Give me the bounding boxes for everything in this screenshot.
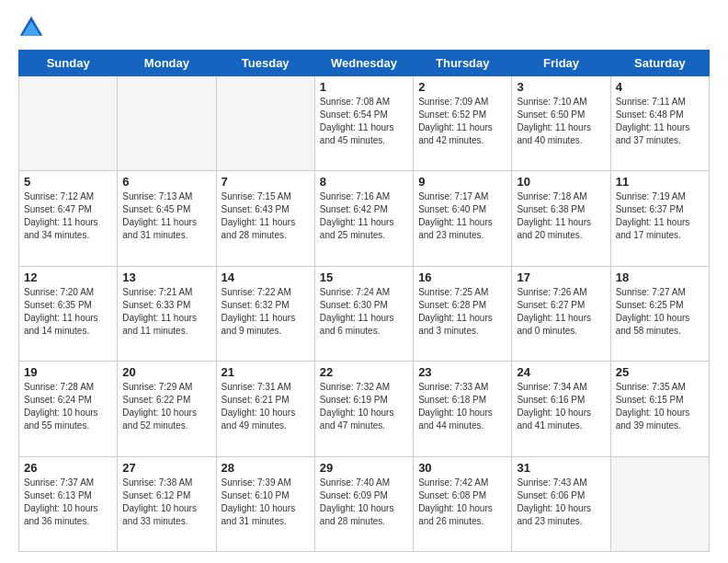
calendar-cell: 8Sunrise: 7:16 AM Sunset: 6:42 PM Daylig… — [314, 171, 413, 266]
weekday-header-wednesday: Wednesday — [314, 51, 413, 76]
day-info: Sunrise: 7:34 AM Sunset: 6:16 PM Dayligh… — [517, 381, 605, 432]
calendar-cell: 13Sunrise: 7:21 AM Sunset: 6:33 PM Dayli… — [118, 266, 216, 361]
calendar-cell: 6Sunrise: 7:13 AM Sunset: 6:45 PM Daylig… — [118, 171, 216, 266]
calendar-cell — [610, 456, 709, 551]
day-number: 15 — [320, 270, 408, 284]
calendar-cell: 10Sunrise: 7:18 AM Sunset: 6:38 PM Dayli… — [512, 171, 610, 266]
day-info: Sunrise: 7:08 AM Sunset: 6:54 PM Dayligh… — [320, 96, 408, 147]
day-number: 21 — [222, 365, 310, 379]
day-number: 8 — [320, 175, 408, 189]
calendar-cell: 30Sunrise: 7:42 AM Sunset: 6:08 PM Dayli… — [414, 456, 512, 551]
day-info: Sunrise: 7:09 AM Sunset: 6:52 PM Dayligh… — [418, 96, 506, 147]
calendar-cell: 16Sunrise: 7:25 AM Sunset: 6:28 PM Dayli… — [414, 266, 512, 361]
weekday-header-saturday: Saturday — [610, 51, 709, 76]
page: SundayMondayTuesdayWednesdayThursdayFrid… — [0, 0, 728, 563]
day-number: 29 — [320, 461, 408, 475]
calendar-cell: 26Sunrise: 7:37 AM Sunset: 6:13 PM Dayli… — [19, 456, 118, 551]
day-number: 18 — [616, 270, 704, 284]
calendar-cell: 21Sunrise: 7:31 AM Sunset: 6:21 PM Dayli… — [216, 362, 314, 456]
day-info: Sunrise: 7:24 AM Sunset: 6:30 PM Dayligh… — [320, 286, 408, 338]
day-number: 3 — [517, 80, 605, 94]
day-info: Sunrise: 7:35 AM Sunset: 6:15 PM Dayligh… — [616, 381, 704, 432]
calendar-week-2: 5Sunrise: 7:12 AM Sunset: 6:47 PM Daylig… — [19, 171, 710, 266]
calendar-cell: 4Sunrise: 7:11 AM Sunset: 6:48 PM Daylig… — [610, 76, 709, 171]
calendar-cell: 9Sunrise: 7:17 AM Sunset: 6:40 PM Daylig… — [414, 171, 512, 266]
day-number: 24 — [517, 365, 605, 379]
day-number: 14 — [222, 270, 310, 284]
calendar-cell: 7Sunrise: 7:15 AM Sunset: 6:43 PM Daylig… — [216, 171, 314, 266]
calendar-cell: 11Sunrise: 7:19 AM Sunset: 6:37 PM Dayli… — [610, 171, 709, 266]
day-number: 30 — [418, 461, 506, 475]
day-number: 9 — [418, 175, 506, 189]
day-info: Sunrise: 7:32 AM Sunset: 6:19 PM Dayligh… — [320, 381, 408, 432]
day-number: 26 — [24, 461, 112, 475]
day-info: Sunrise: 7:22 AM Sunset: 6:32 PM Dayligh… — [222, 286, 310, 338]
weekday-header-monday: Monday — [118, 51, 216, 76]
day-number: 28 — [222, 461, 310, 475]
calendar-week-5: 26Sunrise: 7:37 AM Sunset: 6:13 PM Dayli… — [19, 456, 710, 551]
day-info: Sunrise: 7:25 AM Sunset: 6:28 PM Dayligh… — [418, 286, 506, 338]
day-info: Sunrise: 7:38 AM Sunset: 6:12 PM Dayligh… — [122, 477, 210, 528]
calendar-cell: 19Sunrise: 7:28 AM Sunset: 6:24 PM Dayli… — [19, 362, 118, 456]
day-number: 1 — [320, 80, 408, 94]
calendar-cell: 12Sunrise: 7:20 AM Sunset: 6:35 PM Dayli… — [19, 266, 118, 361]
day-info: Sunrise: 7:27 AM Sunset: 6:25 PM Dayligh… — [616, 286, 704, 338]
weekday-header-friday: Friday — [512, 51, 610, 76]
day-number: 12 — [24, 270, 112, 284]
day-number: 25 — [616, 365, 704, 379]
day-info: Sunrise: 7:20 AM Sunset: 6:35 PM Dayligh… — [24, 286, 112, 338]
day-info: Sunrise: 7:37 AM Sunset: 6:13 PM Dayligh… — [24, 477, 112, 528]
calendar-cell: 20Sunrise: 7:29 AM Sunset: 6:22 PM Dayli… — [118, 362, 216, 456]
day-info: Sunrise: 7:28 AM Sunset: 6:24 PM Dayligh… — [24, 381, 112, 432]
day-number: 31 — [517, 461, 605, 475]
calendar-cell: 3Sunrise: 7:10 AM Sunset: 6:50 PM Daylig… — [512, 76, 610, 171]
calendar-cell: 25Sunrise: 7:35 AM Sunset: 6:15 PM Dayli… — [610, 362, 709, 456]
day-number: 27 — [122, 461, 210, 475]
calendar-cell: 28Sunrise: 7:39 AM Sunset: 6:10 PM Dayli… — [216, 456, 314, 551]
day-info: Sunrise: 7:18 AM Sunset: 6:38 PM Dayligh… — [517, 190, 605, 242]
calendar-cell: 2Sunrise: 7:09 AM Sunset: 6:52 PM Daylig… — [414, 76, 512, 171]
day-info: Sunrise: 7:40 AM Sunset: 6:09 PM Dayligh… — [320, 477, 408, 528]
calendar-cell: 23Sunrise: 7:33 AM Sunset: 6:18 PM Dayli… — [414, 362, 512, 456]
day-number: 16 — [418, 270, 506, 284]
calendar-cell: 18Sunrise: 7:27 AM Sunset: 6:25 PM Dayli… — [610, 266, 709, 361]
calendar-cell: 31Sunrise: 7:43 AM Sunset: 6:06 PM Dayli… — [512, 456, 610, 551]
day-info: Sunrise: 7:16 AM Sunset: 6:42 PM Dayligh… — [320, 190, 408, 242]
calendar-week-3: 12Sunrise: 7:20 AM Sunset: 6:35 PM Dayli… — [19, 266, 710, 361]
logo-icon — [18, 15, 44, 40]
day-info: Sunrise: 7:29 AM Sunset: 6:22 PM Dayligh… — [122, 381, 210, 432]
calendar-cell: 5Sunrise: 7:12 AM Sunset: 6:47 PM Daylig… — [19, 171, 118, 266]
calendar-cell: 22Sunrise: 7:32 AM Sunset: 6:19 PM Dayli… — [314, 362, 413, 456]
day-number: 11 — [616, 175, 704, 189]
day-number: 5 — [24, 175, 112, 189]
calendar-table: SundayMondayTuesdayWednesdayThursdayFrid… — [18, 50, 710, 552]
calendar-cell — [118, 76, 216, 171]
calendar-cell: 29Sunrise: 7:40 AM Sunset: 6:09 PM Dayli… — [314, 456, 413, 551]
day-number: 13 — [122, 270, 210, 284]
day-number: 4 — [616, 80, 704, 94]
day-info: Sunrise: 7:19 AM Sunset: 6:37 PM Dayligh… — [616, 190, 704, 242]
day-info: Sunrise: 7:31 AM Sunset: 6:21 PM Dayligh… — [222, 381, 310, 432]
day-info: Sunrise: 7:26 AM Sunset: 6:27 PM Dayligh… — [517, 286, 605, 338]
day-number: 20 — [122, 365, 210, 379]
day-info: Sunrise: 7:17 AM Sunset: 6:40 PM Dayligh… — [418, 190, 506, 242]
calendar-cell: 1Sunrise: 7:08 AM Sunset: 6:54 PM Daylig… — [314, 76, 413, 171]
day-info: Sunrise: 7:13 AM Sunset: 6:45 PM Dayligh… — [122, 190, 210, 242]
day-number: 10 — [517, 175, 605, 189]
weekday-header-sunday: Sunday — [19, 51, 118, 76]
calendar-cell: 17Sunrise: 7:26 AM Sunset: 6:27 PM Dayli… — [512, 266, 610, 361]
logo — [18, 15, 48, 40]
day-number: 7 — [222, 175, 310, 189]
calendar-cell — [216, 76, 314, 171]
calendar-cell: 15Sunrise: 7:24 AM Sunset: 6:30 PM Dayli… — [314, 266, 413, 361]
day-number: 17 — [517, 270, 605, 284]
day-info: Sunrise: 7:43 AM Sunset: 6:06 PM Dayligh… — [517, 477, 605, 528]
weekday-header-tuesday: Tuesday — [216, 51, 314, 76]
day-info: Sunrise: 7:21 AM Sunset: 6:33 PM Dayligh… — [122, 286, 210, 338]
day-info: Sunrise: 7:15 AM Sunset: 6:43 PM Dayligh… — [222, 190, 310, 242]
day-number: 22 — [320, 365, 408, 379]
day-info: Sunrise: 7:39 AM Sunset: 6:10 PM Dayligh… — [222, 477, 310, 528]
day-number: 23 — [418, 365, 506, 379]
calendar-cell: 24Sunrise: 7:34 AM Sunset: 6:16 PM Dayli… — [512, 362, 610, 456]
day-number: 19 — [24, 365, 112, 379]
